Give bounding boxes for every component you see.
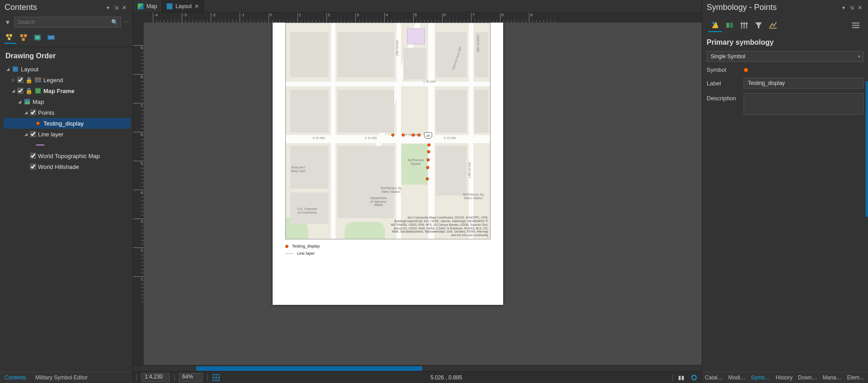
svg-marker-30 — [755, 23, 762, 29]
symbology-pane: Symbology - Points ▾ ⇲ ✕ — [702, 0, 868, 383]
svg-rect-2 — [8, 37, 11, 40]
svg-text:+: + — [218, 378, 220, 381]
map-icon — [24, 98, 31, 105]
lock-icon: 🔒 — [25, 88, 33, 94]
route-shield: 29 — [424, 132, 432, 139]
right-tab-1[interactable]: Modi… — [726, 372, 748, 383]
close-icon[interactable]: ✕ — [121, 4, 128, 11]
tree-base-topo[interactable]: ◢ World Topographic Map — [5, 150, 131, 161]
mapframe-visibility-checkbox[interactable] — [17, 88, 24, 94]
points-visibility-checkbox[interactable] — [30, 109, 36, 116]
scale-dropdown[interactable]: 1:4,230 — [142, 373, 170, 382]
pin-icon[interactable]: ⇲ — [848, 4, 855, 11]
tree-points-class[interactable]: Testing_display — [4, 118, 131, 129]
label-input[interactable] — [744, 78, 863, 89]
autohide-icon[interactable]: ▾ — [104, 4, 112, 11]
svg-rect-4 — [24, 34, 27, 37]
svg-rect-0 — [6, 34, 9, 37]
description-input[interactable] — [744, 93, 863, 115]
pause-drawing-icon[interactable]: ▮▮ — [677, 374, 685, 382]
horizontal-scrollbar[interactable] — [133, 365, 702, 371]
list-source-icon[interactable] — [18, 32, 30, 44]
layout-tab-icon — [166, 3, 173, 9]
map-tab-icon — [137, 3, 144, 9]
symbology-toolbar — [707, 15, 863, 34]
tree-map[interactable]: ◢ Map — [5, 96, 131, 107]
layout-legend[interactable]: Testing_display Line layer — [285, 244, 320, 258]
search-input[interactable]: 🔍 — [14, 17, 121, 28]
layout-canvas[interactable]: L St NW K St NW K St NW K St NW K St NW … — [144, 23, 702, 365]
svg-rect-10 — [13, 66, 18, 72]
snap-grid-icon[interactable]: + — [212, 374, 220, 382]
right-tab-3[interactable]: History — [773, 372, 795, 383]
close-icon[interactable]: ✕ — [856, 4, 863, 11]
svg-rect-14 — [35, 88, 41, 93]
tree-points[interactable]: ◢ Points — [5, 107, 131, 118]
line-symbol-swatch — [36, 145, 44, 145]
filter-icon[interactable]: ▼ — [4, 19, 12, 26]
map-frame-icon — [34, 88, 42, 94]
contents-tree: ◢ Layout ▷ 🔒 Legend ◢ 🔒 Map Frame ◢ — [0, 63, 132, 372]
horizontal-ruler: -4-3-2-10123456789 — [144, 13, 702, 23]
right-tab-2[interactable]: Symb… — [748, 372, 773, 383]
label-label: Label — [707, 80, 739, 87]
tree-map-frame[interactable]: ◢ 🔒 Map Frame — [5, 85, 131, 96]
symbology-mode-dropdown[interactable]: Single Symbol — [707, 51, 863, 62]
zoom-dropdown[interactable]: 64% — [179, 373, 203, 382]
legend-visibility-checkbox[interactable] — [17, 77, 24, 83]
tree-line-swatch[interactable] — [5, 140, 131, 150]
tab-contents[interactable]: Contents — [0, 372, 31, 383]
drawing-order-heading: Drawing Order — [0, 47, 132, 63]
autohide-icon[interactable]: ▾ — [840, 4, 847, 11]
search-options-icon[interactable]: ⋯ — [124, 19, 129, 25]
description-label: Description — [707, 93, 739, 102]
svg-point-23 — [712, 22, 715, 25]
search-icon[interactable]: 🔍 — [111, 19, 118, 25]
symbol-label: Symbol — [707, 66, 739, 73]
refresh-icon[interactable] — [690, 374, 698, 382]
legend-icon — [34, 77, 42, 83]
close-tab-icon[interactable]: ✕ — [194, 3, 199, 9]
svg-rect-1 — [9, 34, 12, 37]
view-tab-map[interactable]: Map — [133, 0, 162, 12]
right-tab-0[interactable]: Catal… — [702, 372, 726, 383]
svg-rect-31 — [769, 28, 777, 29]
status-bar: 1:4,230 64% + 5.026 , 0.885 ▮▮ — [133, 371, 702, 383]
tree-line-layer[interactable]: ◢ Line layer — [5, 129, 131, 140]
tree-legend[interactable]: ▷ 🔒 Legend — [5, 75, 131, 85]
symbol-preview[interactable] — [744, 68, 748, 72]
search-field[interactable] — [18, 19, 111, 25]
right-tab-6[interactable]: Elem… — [844, 372, 868, 383]
list-selection-icon[interactable] — [32, 32, 43, 44]
menu-icon[interactable] — [850, 19, 862, 31]
map-frame[interactable]: L St NW K St NW K St NW K St NW K St NW … — [285, 23, 491, 239]
svg-rect-5 — [22, 38, 24, 41]
list-drawing-order-icon[interactable] — [5, 32, 16, 44]
advanced-icon[interactable] — [766, 19, 780, 32]
symbol-layer-drawing-icon[interactable] — [737, 19, 751, 32]
svg-rect-24 — [726, 23, 729, 28]
tree-layout[interactable]: ◢ Layout — [5, 64, 131, 75]
vary-by-attribute-icon[interactable] — [723, 19, 736, 32]
svg-rect-13 — [35, 81, 41, 82]
line-visibility-checkbox[interactable] — [30, 131, 36, 137]
right-tab-4[interactable]: Down… — [795, 372, 820, 383]
vertical-scrollbar[interactable] — [866, 81, 868, 217]
layout-page: L St NW K St NW K St NW K St NW K St NW … — [273, 23, 503, 305]
svg-rect-25 — [730, 23, 733, 28]
list-snapping-icon[interactable] — [45, 32, 57, 44]
right-tab-5[interactable]: Mana… — [820, 372, 844, 383]
filter-icon[interactable] — [752, 19, 765, 32]
lock-icon: 🔒 — [25, 77, 33, 83]
tree-base-hillshade[interactable]: ◢ World Hillshade — [5, 161, 131, 172]
pin-icon[interactable]: ⇲ — [113, 4, 120, 11]
primary-symbology-heading: Primary symbology — [707, 38, 863, 47]
tab-military-symbol-editor[interactable]: Military Symbol Editor — [31, 372, 92, 383]
vertical-ruler: 987654321 — [133, 23, 144, 365]
topo-visibility-checkbox[interactable] — [30, 153, 36, 159]
view-tab-layout[interactable]: Layout ✕ — [162, 0, 204, 12]
primary-symbology-icon[interactable] — [708, 19, 722, 32]
svg-rect-3 — [20, 34, 23, 37]
contents-toolbar — [0, 29, 132, 47]
hillshade-visibility-checkbox[interactable] — [30, 163, 36, 170]
